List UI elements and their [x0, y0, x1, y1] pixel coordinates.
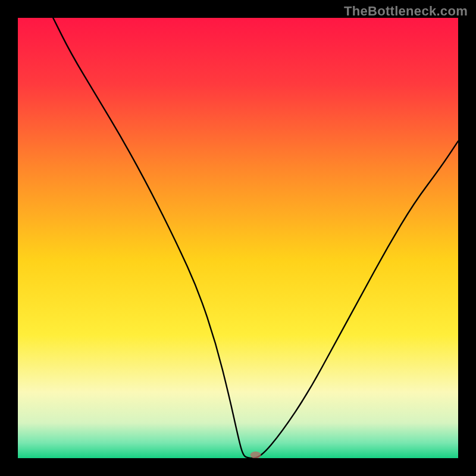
- chart-frame: TheBottleneck.com: [0, 0, 476, 476]
- plot-area: [18, 18, 458, 458]
- chart-svg: [18, 18, 458, 458]
- gradient-background: [18, 18, 458, 458]
- watermark-text: TheBottleneck.com: [344, 4, 468, 19]
